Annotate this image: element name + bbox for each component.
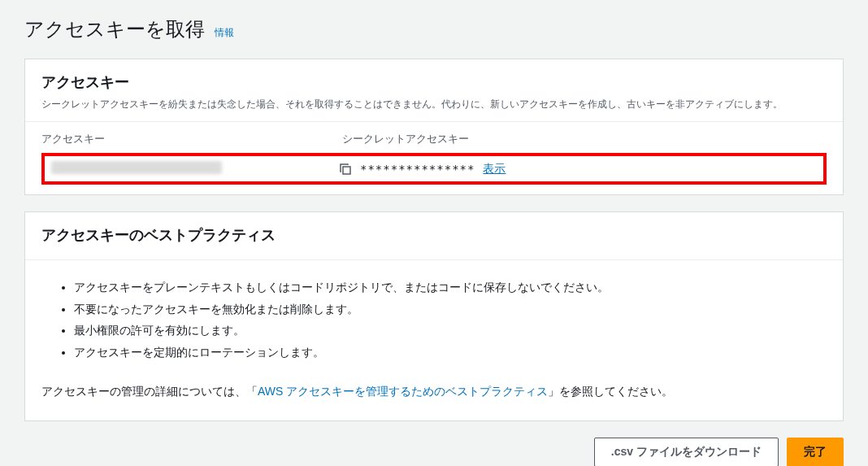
access-key-panel-description: シークレットアクセスキーを紛失または失念した場合、それを取得することはできません… bbox=[41, 97, 827, 111]
list-item: 不要になったアクセスキーを無効化または削除します。 bbox=[74, 298, 827, 320]
info-link[interactable]: 情報 bbox=[215, 26, 234, 40]
done-button[interactable]: 完了 bbox=[787, 438, 844, 466]
download-csv-button[interactable]: .csv ファイルをダウンロード bbox=[594, 438, 779, 466]
access-key-panel-header: アクセスキー シークレットアクセスキーを紛失または失念した場合、それを取得するこ… bbox=[25, 59, 843, 121]
access-key-panel: アクセスキー シークレットアクセスキーを紛失または失念した場合、それを取得するこ… bbox=[24, 59, 844, 195]
page-title: アクセスキーを取得 bbox=[24, 16, 205, 42]
best-practices-footer: アクセスキーの管理の詳細については、「AWS アクセスキーを管理するためのベスト… bbox=[41, 382, 827, 400]
list-item: 最小権限の許可を有効にします。 bbox=[74, 320, 827, 342]
best-practices-list: アクセスキーをプレーンテキストもしくはコードリポジトリで、またはコードに保存しな… bbox=[41, 277, 827, 363]
column-header-access-key: アクセスキー bbox=[41, 132, 342, 146]
copy-icon[interactable] bbox=[339, 163, 352, 176]
list-item: アクセスキーをプレーンテキストもしくはコードリポジトリで、またはコードに保存しな… bbox=[74, 277, 827, 298]
footer-text-post: 」を参照してください。 bbox=[548, 385, 673, 398]
secret-key-value-cell: *************** 表示 bbox=[339, 162, 506, 176]
best-practices-header: アクセスキーのベストプラクティス bbox=[25, 212, 843, 259]
highlighted-key-row: *************** 表示 bbox=[41, 153, 827, 185]
access-key-table: アクセスキー シークレットアクセスキー *************** 表示 bbox=[25, 122, 843, 185]
best-practices-title: アクセスキーのベストプラクティス bbox=[41, 225, 827, 245]
svg-rect-0 bbox=[343, 167, 350, 174]
best-practices-doc-link[interactable]: AWS アクセスキーを管理するためのベストプラクティス bbox=[258, 385, 548, 398]
table-headers: アクセスキー シークレットアクセスキー bbox=[41, 122, 827, 153]
list-item: アクセスキーを定期的にローテーションします。 bbox=[74, 342, 827, 364]
column-header-secret-key: シークレットアクセスキー bbox=[342, 132, 827, 146]
footer-text-pre: アクセスキーの管理の詳細については、「 bbox=[41, 385, 258, 398]
page-header: アクセスキーを取得 情報 bbox=[24, 16, 844, 42]
best-practices-panel: アクセスキーのベストプラクティス アクセスキーをプレーンテキストもしくはコードリ… bbox=[24, 211, 844, 421]
best-practices-body: アクセスキーをプレーンテキストもしくはコードリポジトリで、またはコードに保存しな… bbox=[25, 260, 843, 420]
access-key-panel-title: アクセスキー bbox=[41, 72, 827, 92]
access-key-value-blurred bbox=[51, 161, 222, 174]
show-secret-link[interactable]: 表示 bbox=[483, 162, 506, 176]
access-key-value-cell bbox=[45, 161, 339, 176]
footer-actions: .csv ファイルをダウンロード 完了 bbox=[24, 438, 844, 466]
secret-key-masked: *************** bbox=[360, 163, 475, 176]
